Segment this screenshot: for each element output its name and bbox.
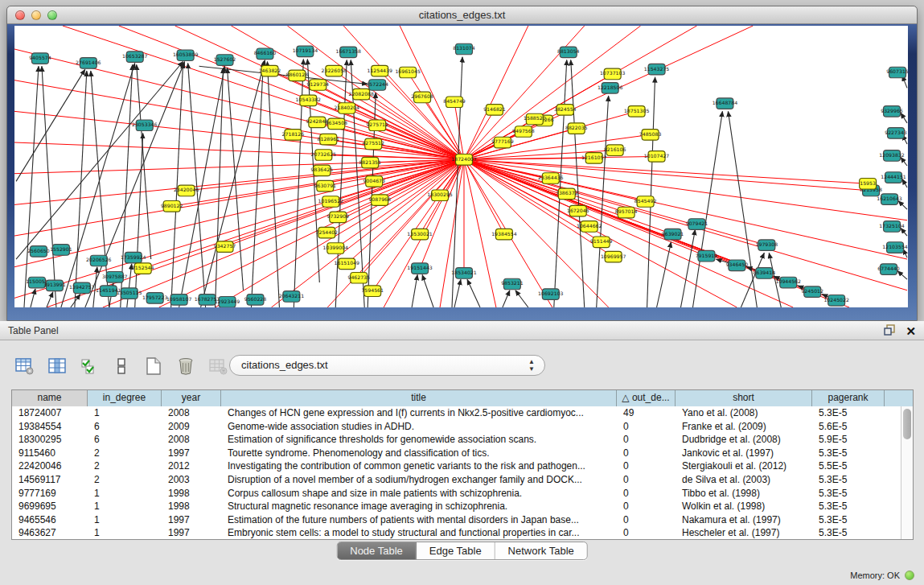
graph-node-yellow[interactable]: 9732909 [327,212,350,223]
graph-node-yellow[interactable]: 9146821 [483,105,506,116]
graph-edge[interactable] [681,229,696,307]
graph-node-yellow[interactable]: 8216106 [604,145,626,156]
graph-node-yellow[interactable]: 9004673 [363,176,385,187]
graph-node-yellow[interactable]: 7463822 [259,65,281,76]
graph-node-teal[interactable]: 17359924 [121,252,146,263]
table-cell[interactable]: 1 [88,526,162,539]
table-cell[interactable]: 5.3E-5 [812,500,885,513]
table-cell[interactable]: 1998 [162,487,221,501]
graph-edge[interactable] [901,228,907,236]
table-cell[interactable]: 9699695 [12,500,88,513]
float-panel-icon[interactable] [883,323,896,340]
graph-node-teal[interactable]: 30975887 [102,272,128,283]
graph-node-yellow[interactable]: 7594561 [361,286,384,297]
table-cell[interactable]: 1997 [162,513,221,527]
graph-node-teal[interactable]: 1552901 [50,245,72,256]
graph-node-teal[interactable]: 3913991 [43,280,66,291]
graph-edge[interactable] [728,111,757,307]
graph-node-teal[interactable]: 9346450 [726,260,749,271]
graph-node-teal[interactable]: 10245022 [823,295,849,307]
graph-node-yellow[interactable]: 8957014 [615,207,638,218]
graph-node-yellow[interactable]: 11254439 [367,65,392,76]
table-cell[interactable]: 6 [88,420,162,434]
table-cell[interactable]: 2012 [162,459,221,473]
citation-network-graph[interactable]: 9405574276914061065328716053809152760284… [14,26,908,307]
graph-node-teal[interactable]: 2560650 [27,246,50,257]
graph-node-yellow[interactable]: 9275712 [366,120,388,131]
table-cell[interactable]: 1998 [162,500,221,513]
table-cell[interactable]: 2009 [162,420,221,434]
graph-node-yellow[interactable]: 2967608 [411,92,433,103]
graph-node-teal[interactable]: 12444151 [881,172,906,183]
graph-node-teal[interactable]: 9245012 [801,286,823,298]
graph-node-teal[interactable]: 23053346 [132,120,158,131]
graph-edge[interactable] [61,63,135,307]
table-row[interactable]: 946554611997Estimation of the future num… [12,513,913,527]
graph-node-teal[interactable]: 1527602 [214,55,236,66]
table-cell[interactable]: 2 [88,459,162,473]
graph-node-yellow[interactable]: 7152544 [132,263,154,274]
table-cell[interactable]: Tibbo et al. (1998) [676,487,812,501]
graph-edge[interactable] [135,133,143,307]
graph-node-teal[interactable]: 8639414 [754,268,776,279]
table-cell[interactable]: Stergiakouli et al. (2012) [676,459,812,473]
graph-node-yellow[interactable]: 9462735 [347,272,370,283]
graph-node-teal[interactable]: 8639021 [662,229,684,240]
table-cell[interactable]: 0 [617,420,676,434]
graph-node-yellow[interactable]: 8822035 [565,123,588,134]
graph-node-yellow[interactable]: 9630791 [314,180,337,192]
graph-edge[interactable] [31,289,35,307]
graph-node-teal[interactable]: 16671358 [336,47,362,58]
graph-edge[interactable] [902,179,907,187]
table-cell[interactable]: 2008 [162,406,221,420]
graph-node-teal[interactable]: 16210643 [877,194,902,205]
graph-node-yellow[interactable]: 8454749 [443,97,466,108]
graph-node-yellow[interactable]: 20732625 [311,150,337,161]
table-selector-dropdown[interactable]: citations_edges.txt ▲▼ [229,355,545,376]
table-cell[interactable]: 9115460 [12,447,88,460]
graph-node-teal[interactable]: 12218506 [598,83,623,94]
table-cell[interactable]: Estimation of significance thresholds fo… [221,433,617,447]
graph-node-teal[interactable]: 8572244 [366,80,388,91]
table-cell[interactable]: 9463627 [12,526,88,539]
graph-node-teal[interactable]: 9227343 [885,128,907,139]
graph-edge[interactable] [898,201,907,210]
graph-node-yellow[interactable]: 12161057 [581,153,607,164]
graph-edge[interactable] [75,71,87,307]
tab-node-table[interactable]: Node Table [337,542,417,559]
graph-node-teal[interactable]: 9853211 [501,278,524,290]
graph-node-yellow[interactable]: 3824554 [554,105,577,116]
graph-node-teal[interactable]: 19151443 [407,263,433,274]
table-cell[interactable]: Dudbridge et al. (2008) [676,433,812,447]
row-height-icon[interactable] [111,356,132,377]
graph-node-yellow[interactable]: 9087968 [368,195,391,206]
network-canvas[interactable]: 9405574276914061065328716053809152760284… [14,26,908,307]
graph-node-teal[interactable]: 9405574 [29,53,51,64]
table-cell[interactable]: Hescheler et al. (1997) [676,526,812,539]
graph-node-teal[interactable]: 1979308 [756,240,778,251]
table-cell[interactable]: Nakamura et al. (1997) [676,513,812,527]
table-cell[interactable]: 5.5E-5 [812,459,885,473]
graph-node-yellow[interactable]: 10737103 [600,68,626,80]
new-file-icon[interactable] [143,356,164,377]
graph-edge[interactable] [515,290,528,307]
column-visibility-icon[interactable] [47,356,68,377]
graph-edge[interactable] [464,26,585,159]
column-header-year[interactable]: year [162,390,221,406]
table-cell[interactable]: 1 [88,513,162,527]
graph-edge[interactable] [127,264,132,307]
graph-node-teal[interactable]: 18534021 [451,268,477,279]
graph-node-yellow[interactable]: 16961045 [395,67,421,78]
graph-node-yellow[interactable]: 1588520 [524,113,546,125]
table-cell[interactable]: Corpus callosum shape and size in male p… [221,487,617,501]
window-titlebar[interactable]: citations_edges.txt [7,6,917,24]
graph-node-yellow[interactable]: 9151449 [590,237,613,248]
table-cell[interactable]: 0 [617,433,676,447]
graph-node-teal[interactable]: 9079421 [686,219,708,230]
column-header-pagerank[interactable]: pagerank [812,390,885,406]
graph-node-yellow[interactable]: 9342757 [214,241,236,253]
table-cell[interactable]: 49 [617,406,676,420]
graph-node-yellow[interactable]: 9129734 [307,80,330,91]
table-vertical-scrollbar[interactable] [901,406,913,539]
graph-node-teal[interactable]: 8466160 [254,48,277,60]
